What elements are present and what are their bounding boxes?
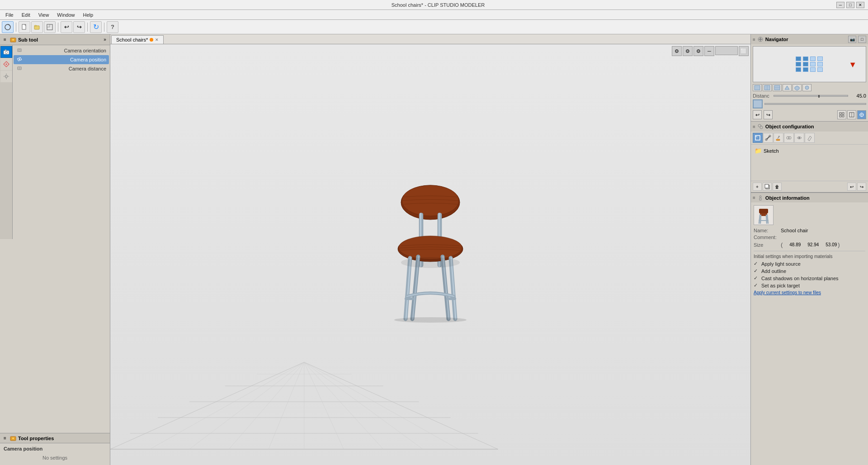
nav-grid-btn3[interactable] bbox=[857, 110, 866, 119]
nav-camera-btn[interactable]: 📷 bbox=[848, 36, 856, 43]
nav-undo-btn[interactable]: ↩ bbox=[753, 110, 762, 119]
nav-color-row bbox=[753, 99, 866, 108]
subtool-collapse-btn[interactable]: ≡ bbox=[2, 37, 8, 43]
nav-dot-7[interactable] bbox=[810, 62, 816, 66]
nav-redo-btn[interactable]: ↪ bbox=[764, 110, 773, 119]
svg-line-76 bbox=[759, 215, 760, 223]
checkbox-pick-target-check[interactable]: ✓ bbox=[754, 282, 759, 288]
viewport-btn[interactable] bbox=[44, 21, 56, 33]
objconfig-undo2-btn[interactable]: ↩ bbox=[847, 183, 856, 191]
open-file-btn[interactable] bbox=[31, 21, 43, 33]
nav-dot-1[interactable] bbox=[796, 56, 801, 61]
subtool-camera-position[interactable]: Camera position bbox=[14, 55, 109, 64]
tab-close-btn[interactable]: ✕ bbox=[155, 38, 159, 42]
nav-view-iso[interactable] bbox=[793, 84, 802, 91]
nav-dot-9[interactable] bbox=[796, 67, 801, 72]
objconfig-eye-btn[interactable] bbox=[794, 133, 804, 143]
vp-settings3-btn[interactable]: ⚙ bbox=[693, 46, 703, 56]
menu-view[interactable]: View bbox=[35, 11, 53, 19]
nav-grid-btn1[interactable] bbox=[837, 110, 846, 119]
rotate-tool-btn[interactable] bbox=[2, 21, 14, 33]
objconfig-duplicate-btn[interactable] bbox=[763, 183, 772, 191]
nav-dot-6[interactable] bbox=[803, 62, 808, 66]
nav-dot-4[interactable] bbox=[817, 56, 823, 61]
navigator-preview[interactable]: ▼ bbox=[753, 46, 866, 82]
camera-position-icon bbox=[16, 56, 23, 63]
size-open-bracket: ( bbox=[781, 241, 783, 248]
new-file-btn[interactable] bbox=[19, 21, 30, 33]
nav-color-picker[interactable] bbox=[753, 99, 763, 108]
vp-slider[interactable] bbox=[715, 46, 738, 55]
close-btn[interactable]: ✕ bbox=[856, 2, 864, 8]
tree-item-sketch[interactable]: 📁 Sketch bbox=[753, 146, 866, 155]
subtool-icon-settings[interactable] bbox=[0, 70, 12, 82]
nav-dot-5[interactable] bbox=[796, 62, 801, 66]
nav-view-front[interactable] bbox=[753, 84, 762, 91]
checkbox-apply-light-check[interactable]: ✓ bbox=[754, 261, 759, 267]
nav-view-btn[interactable]: □ bbox=[858, 36, 866, 43]
checkbox-apply-light: ✓ Apply light source bbox=[754, 261, 865, 267]
vp-settings1-btn[interactable]: ⚙ bbox=[672, 46, 682, 56]
minimize-btn[interactable]: ─ bbox=[836, 2, 844, 8]
objconfig-delete-btn[interactable]: 🗑 bbox=[773, 183, 782, 191]
objinfo-collapse-btn[interactable]: ≡ bbox=[753, 195, 755, 200]
checkbox-cast-shadows-check[interactable]: ✓ bbox=[754, 275, 759, 281]
left-panel: ≡ Sub tool » bbox=[0, 34, 110, 465]
subtool-menu-btn[interactable]: » bbox=[102, 37, 108, 43]
viewport[interactable]: ⚙ ⚙ ⚙ ─ ⬜ bbox=[110, 44, 750, 465]
maximize-btn[interactable]: □ bbox=[846, 2, 854, 8]
viewport-tab[interactable]: School chairs* ✕ bbox=[111, 35, 164, 44]
nav-distance-slider[interactable] bbox=[774, 95, 848, 97]
help-btn[interactable]: ? bbox=[107, 21, 118, 33]
toolprops-collapse-btn[interactable]: ≡ bbox=[2, 435, 8, 442]
svg-point-50 bbox=[805, 86, 809, 89]
objconfig-collapse-btn[interactable]: ≡ bbox=[753, 124, 755, 129]
toolbar-sep-1 bbox=[16, 23, 16, 32]
menu-help[interactable]: Help bbox=[79, 11, 97, 19]
subtool-camera-orientation[interactable]: Camera orientation bbox=[14, 46, 109, 55]
refresh-btn[interactable]: ↻ bbox=[90, 21, 102, 33]
objconfig-morph-btn[interactable] bbox=[784, 133, 794, 143]
nav-dot-3[interactable] bbox=[810, 56, 816, 61]
subtool-icon-transform[interactable] bbox=[0, 58, 12, 70]
objconfig-tree: 📁 Sketch bbox=[751, 145, 868, 181]
subtool-camera-distance[interactable]: Camera distance bbox=[14, 64, 109, 73]
menu-window[interactable]: Window bbox=[53, 11, 78, 19]
checkbox-pick-target-label: Set as pick target bbox=[761, 283, 800, 288]
nav-color-slider[interactable] bbox=[764, 103, 866, 105]
obj-thumbnail bbox=[754, 205, 774, 225]
checkbox-add-outline-check[interactable]: ✓ bbox=[754, 268, 759, 274]
nav-dot-8[interactable] bbox=[817, 62, 823, 66]
nav-action-row: ↩ ↪ bbox=[753, 110, 866, 119]
objconfig-icon bbox=[757, 123, 764, 130]
vp-maximize-btn[interactable]: ⬜ bbox=[739, 46, 749, 56]
objconfig-redo2-btn[interactable]: ↪ bbox=[857, 183, 866, 191]
objconfig-edit-btn[interactable] bbox=[805, 133, 815, 143]
nav-view-persp[interactable] bbox=[783, 84, 792, 91]
3d-scene[interactable] bbox=[110, 44, 750, 465]
redo-btn[interactable]: ↪ bbox=[73, 21, 85, 33]
checkbox-pick-target: ✓ Set as pick target bbox=[754, 282, 865, 288]
objconfig-select-btn[interactable] bbox=[753, 133, 763, 143]
nav-view-side[interactable] bbox=[763, 84, 772, 91]
nav-dot-2[interactable] bbox=[803, 56, 808, 61]
nav-dot-12[interactable] bbox=[817, 67, 823, 72]
nav-dot-10[interactable] bbox=[803, 67, 808, 72]
nav-dot-11[interactable] bbox=[810, 67, 816, 72]
undo-btn[interactable]: ↩ bbox=[61, 21, 72, 33]
floor-grid bbox=[110, 338, 498, 465]
nav-collapse-btn[interactable]: ≡ bbox=[753, 37, 755, 42]
vp-minus-btn[interactable]: ─ bbox=[704, 46, 714, 56]
menu-edit[interactable]: Edit bbox=[18, 11, 34, 19]
subtool-icon-camera[interactable] bbox=[0, 46, 12, 58]
apply-current-btn[interactable]: Apply current settings to new files bbox=[754, 290, 865, 295]
objconfig-add-btn[interactable]: + bbox=[753, 183, 762, 191]
nav-view-top[interactable] bbox=[773, 84, 782, 91]
objconfig-bone-btn[interactable] bbox=[763, 133, 773, 143]
titlebar-controls[interactable]: ─ □ ✕ bbox=[836, 2, 864, 8]
vp-settings2-btn[interactable]: ⚙ bbox=[683, 46, 693, 56]
nav-view-ortho[interactable] bbox=[802, 84, 811, 91]
objconfig-paint-btn[interactable] bbox=[774, 133, 783, 143]
menu-file[interactable]: File bbox=[2, 11, 17, 19]
nav-grid-btn2[interactable] bbox=[847, 110, 856, 119]
